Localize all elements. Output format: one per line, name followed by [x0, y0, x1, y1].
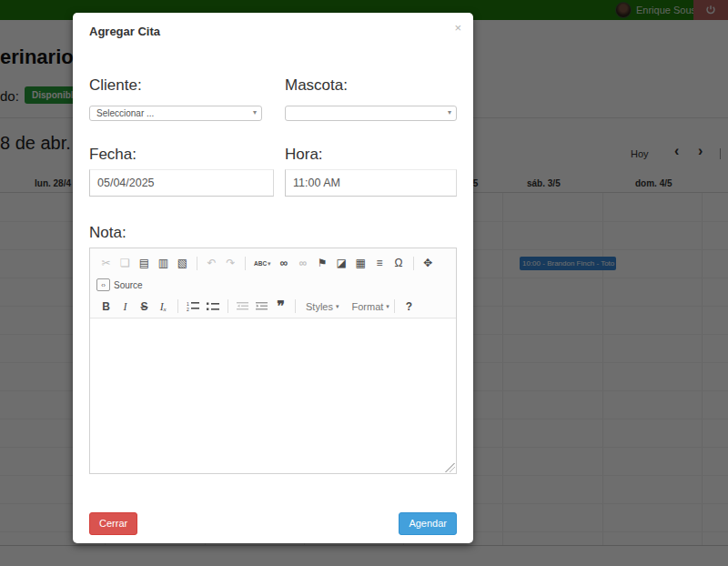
bullet-list-icon[interactable]: [207, 301, 219, 312]
blockquote-icon[interactable]: ❞: [275, 302, 287, 311]
mascota-label: Mascota:: [285, 76, 348, 95]
chevron-down-icon: ▾: [253, 108, 257, 116]
close-icon[interactable]: ×: [454, 21, 461, 35]
paste-word-icon[interactable]: ▧: [177, 256, 188, 270]
cliente-select-value: Seleccionar ...: [96, 107, 154, 120]
paste-text-icon[interactable]: ▥: [157, 256, 169, 270]
toolbar-separator: [245, 257, 246, 270]
editor-toolbar-row-1: ✂ ❏ ▤ ▥ ▧ ↶ ↷ ABC▾ ∞ ∞ ⚑ ◪ ▦ ≡ Ω ✥: [90, 248, 456, 275]
maximize-icon[interactable]: ✥: [422, 256, 434, 270]
editor-content-area[interactable]: [90, 318, 456, 473]
toolbar-separator: [197, 257, 197, 270]
cliente-select[interactable]: Seleccionar ... ▾: [89, 106, 262, 121]
editor-toolbar-row-3: B I S Iₓ 1 2: [90, 295, 456, 318]
toolbar-separator: [394, 299, 395, 313]
fecha-label: Fecha:: [89, 146, 136, 164]
modal-title: Agregar Cita: [89, 25, 160, 38]
hora-label: Hora:: [285, 146, 323, 164]
bold-icon[interactable]: B: [100, 299, 112, 314]
screen: Enrique Sousa erinario: do: Disponible 8…: [0, 0, 728, 566]
strikethrough-icon[interactable]: S: [138, 299, 150, 314]
rich-text-editor: ✂ ❏ ▤ ▥ ▧ ↶ ↷ ABC▾ ∞ ∞ ⚑ ◪ ▦ ≡ Ω ✥: [89, 248, 457, 474]
source-icon: ‹›: [96, 278, 110, 291]
toolbar-separator: [177, 299, 178, 313]
toolbar-separator: [228, 299, 228, 313]
redo-icon[interactable]: ↷: [225, 256, 237, 270]
chevron-down-icon: ▾: [268, 260, 271, 267]
chevron-down-icon: ▾: [336, 303, 339, 310]
copy-icon[interactable]: ❏: [119, 256, 131, 270]
hora-input[interactable]: 11:00 AM: [285, 169, 457, 197]
fecha-input[interactable]: 05/04/2025: [89, 169, 274, 197]
cut-icon[interactable]: ✂: [100, 256, 112, 270]
anchor-flag-icon[interactable]: ⚑: [317, 256, 329, 270]
chevron-down-icon: ▾: [386, 303, 389, 310]
agendar-button[interactable]: Agendar: [399, 512, 457, 535]
styles-dropdown[interactable]: Styles: [306, 301, 333, 312]
source-button[interactable]: Source: [114, 280, 143, 290]
italic-icon[interactable]: I: [119, 299, 131, 314]
indent-icon[interactable]: [256, 301, 268, 311]
cliente-label: Cliente:: [89, 76, 142, 95]
nota-label: Nota:: [89, 224, 126, 242]
numbered-list-icon[interactable]: 1 2: [187, 301, 199, 312]
image-icon[interactable]: ◪: [336, 256, 348, 270]
horizontal-rule-icon[interactable]: ≡: [374, 256, 386, 270]
resize-handle[interactable]: [445, 462, 455, 472]
table-icon[interactable]: ▦: [355, 256, 367, 270]
spellcheck-icon[interactable]: ABC▾: [254, 255, 271, 271]
paste-icon[interactable]: ▤: [138, 256, 150, 270]
special-character-icon[interactable]: Ω: [393, 256, 405, 270]
cerrar-button[interactable]: Cerrar: [89, 512, 137, 535]
outdent-icon[interactable]: [237, 301, 248, 311]
toolbar-separator: [413, 257, 414, 270]
mascota-select[interactable]: ▾: [285, 106, 457, 121]
chevron-down-icon: ▾: [448, 108, 451, 116]
add-appointment-modal: Agregar Cita × Cliente: Mascota: Selecci…: [73, 13, 473, 543]
about-icon[interactable]: ?: [403, 299, 415, 314]
toolbar-separator: [295, 299, 296, 313]
editor-toolbar-row-2: ‹› Source: [90, 275, 456, 295]
undo-icon[interactable]: ↶: [206, 256, 217, 270]
remove-format-icon[interactable]: Iₓ: [157, 299, 169, 314]
link-icon[interactable]: ∞: [278, 256, 290, 270]
format-dropdown[interactable]: Format: [351, 301, 383, 312]
svg-text:2: 2: [187, 307, 189, 312]
unlink-icon[interactable]: ∞: [298, 256, 309, 270]
